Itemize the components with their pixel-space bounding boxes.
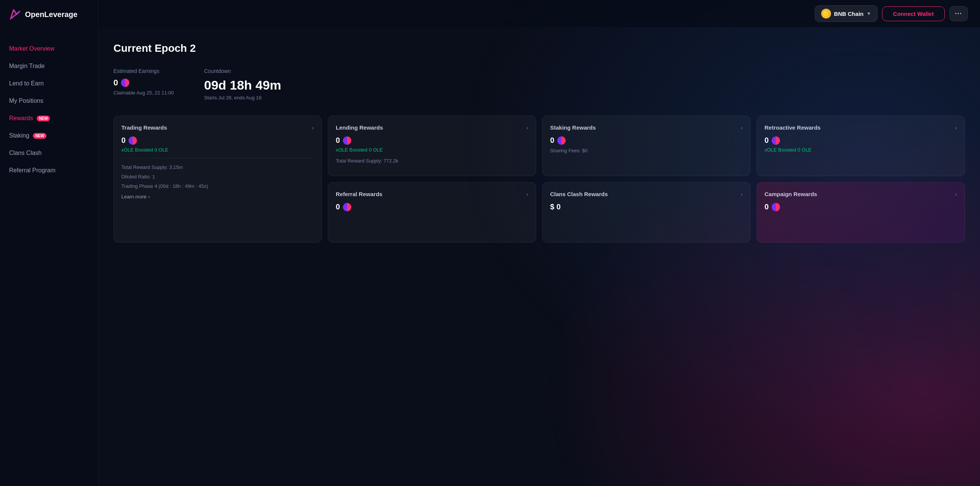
connect-wallet-button[interactable]: Connect Wallet [882, 6, 945, 21]
sidebar-item-rewards[interactable]: Rewards NEW [0, 110, 98, 127]
trading-reward-supply: Total Reward Supply: 3.15m [121, 164, 314, 172]
staking-card-arrow-icon: › [741, 125, 743, 131]
main-content: Current Epoch 2 Estimated Earnings 0 Cla… [98, 27, 980, 486]
clans-clash-card-value: $ 0 [550, 203, 561, 211]
staking-card-title: Staking Rewards [550, 124, 596, 131]
clans-clash-card-value-row: $ 0 [550, 203, 743, 211]
estimated-earnings-value: 0 [113, 78, 118, 88]
header: 🟡 BNB Chain ▼ Connect Wallet ··· [98, 0, 980, 27]
estimated-earnings-label: Estimated Earnings [113, 68, 174, 74]
trading-learn-more-link[interactable]: Learn more [121, 194, 146, 200]
lending-card-value: 0 [336, 136, 340, 145]
sidebar-item-referral-program[interactable]: Referral Program [0, 162, 98, 179]
more-options-button[interactable]: ··· [950, 6, 968, 21]
staking-ole-icon [557, 137, 566, 145]
retroactive-rewards-card[interactable]: Retroactive Rewards › 0 xOLE Boosted 0 O… [757, 116, 965, 176]
lending-card-header: Lending Rewards › [336, 124, 528, 131]
campaign-card-value-row: 0 [765, 203, 957, 211]
clans-clash-card-arrow-icon: › [741, 191, 743, 197]
lending-card-arrow-icon: › [526, 125, 528, 131]
referral-card-title: Referral Rewards [336, 191, 382, 197]
chevron-down-icon: ▼ [867, 11, 871, 16]
ole-token-icon [121, 79, 129, 87]
sidebar-item-clans-clash[interactable]: Clans Clash [0, 145, 98, 162]
trading-card-value-row: 0 [121, 136, 314, 145]
campaign-rewards-card[interactable]: Campaign Rewards › 0 [757, 182, 965, 243]
summary-row: Estimated Earnings 0 Claimable Aug 25, 2… [113, 68, 965, 100]
campaign-ole-icon [772, 203, 780, 211]
staking-card-value: 0 [550, 136, 554, 145]
countdown-sub: Starts Jul 28, ends Aug 18 [204, 95, 281, 100]
sidebar-item-my-positions[interactable]: My Positions [0, 92, 98, 110]
clans-clash-rewards-card[interactable]: Clans Clash Rewards › $ 0 [542, 182, 751, 243]
lending-ole-icon [343, 137, 351, 145]
clans-clash-card-header: Clans Clash Rewards › [550, 191, 743, 197]
referral-card-header: Referral Rewards › [336, 191, 528, 197]
campaign-card-arrow-icon: › [955, 191, 957, 197]
retroactive-card-value-row: 0 [765, 136, 957, 145]
staking-card-value-row: 0 [550, 136, 743, 145]
staking-rewards-card[interactable]: Staking Rewards › 0 Sharing Fees: $0 [542, 116, 751, 176]
chain-selector[interactable]: 🟡 BNB Chain ▼ [815, 5, 878, 22]
staking-card-header: Staking Rewards › [550, 124, 743, 131]
campaign-card-header: Campaign Rewards › [765, 191, 957, 197]
chain-label: BNB Chain [834, 11, 864, 17]
trading-card-value: 0 [121, 136, 126, 145]
campaign-card-title: Campaign Rewards [765, 191, 817, 197]
campaign-card-value: 0 [765, 203, 768, 211]
trading-card-title: Trading Rewards [121, 124, 167, 131]
countdown-value: 09d 18h 49m [204, 78, 281, 92]
lending-boosted-text: xOLE Boosted 0 OLE [336, 147, 528, 152]
retroactive-card-value: 0 [765, 136, 768, 145]
trading-diluted-ratio: Diluted Ratio: 1 [121, 173, 314, 181]
sidebar-item-market-overview[interactable]: Market Overview [0, 40, 98, 57]
countdown-block: Countdown 09d 18h 49m Starts Jul 28, end… [204, 68, 281, 100]
trading-card-arrow-icon: › [312, 125, 314, 131]
sidebar-item-staking[interactable]: Staking NEW [0, 127, 98, 145]
estimated-earnings-value-row: 0 [113, 78, 174, 88]
page-title: Current Epoch 2 [113, 42, 965, 54]
app-name: OpenLeverage [25, 10, 78, 19]
trading-divider [121, 158, 314, 158]
referral-card-value-row: 0 [336, 203, 528, 211]
trading-boosted-text: xOLE Boosted 0 OLE [121, 147, 314, 152]
retroactive-card-arrow-icon: › [955, 125, 957, 131]
lending-card-title: Lending Rewards [336, 124, 383, 131]
nav-items: Market Overview Margin Trade Lend to Ear… [0, 40, 98, 179]
staking-badge: NEW [33, 133, 46, 139]
referral-ole-icon [343, 203, 351, 211]
trading-learn-more-arrow: › [148, 194, 150, 200]
app-logo-icon [9, 8, 21, 21]
reward-cards-grid: Trading Rewards › 0 xOLE Boosted 0 OLE T… [113, 116, 965, 243]
lending-reward-supply: Total Reward Supply: 772.2k [336, 157, 528, 165]
retroactive-card-header: Retroactive Rewards › [765, 124, 957, 131]
referral-card-value: 0 [336, 203, 340, 211]
staking-sharing-fees: Sharing Fees: $0 [550, 147, 743, 155]
trading-ole-icon [129, 137, 137, 145]
claimable-text: Claimable Aug 25, 22 11:00 [113, 90, 174, 95]
lending-card-value-row: 0 [336, 136, 528, 145]
retroactive-card-title: Retroactive Rewards [765, 124, 821, 131]
estimated-earnings-block: Estimated Earnings 0 Claimable Aug 25, 2… [113, 68, 174, 95]
countdown-label: Countdown [204, 68, 281, 74]
logo-area: OpenLeverage [0, 0, 98, 29]
trading-card-header: Trading Rewards › [121, 124, 314, 131]
trading-phase: Trading Phase 4 (00d : 18h : 49m : 45s) [121, 183, 314, 191]
clans-clash-card-title: Clans Clash Rewards [550, 191, 608, 197]
trading-rewards-card[interactable]: Trading Rewards › 0 xOLE Boosted 0 OLE T… [113, 116, 322, 243]
retroactive-ole-icon [772, 137, 780, 145]
sidebar: OpenLeverage Market Overview Margin Trad… [0, 0, 98, 486]
sidebar-item-lend-to-earn[interactable]: Lend to Earn [0, 75, 98, 92]
referral-card-arrow-icon: › [526, 191, 528, 197]
referral-rewards-card[interactable]: Referral Rewards › 0 [328, 182, 536, 243]
retroactive-boosted-text: xOLE Boosted 0 OLE [765, 147, 957, 152]
bnb-chain-icon: 🟡 [821, 9, 831, 19]
lending-rewards-card[interactable]: Lending Rewards › 0 xOLE Boosted 0 OLE T… [328, 116, 536, 176]
sidebar-item-margin-trade[interactable]: Margin Trade [0, 57, 98, 75]
rewards-badge: NEW [37, 116, 50, 121]
